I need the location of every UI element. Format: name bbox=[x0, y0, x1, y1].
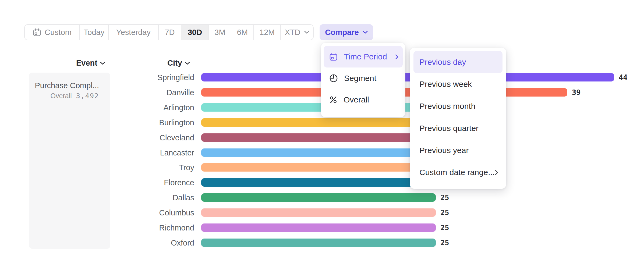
bar-category-label: Danville bbox=[118, 88, 194, 97]
bar-value-label: 25 bbox=[440, 208, 449, 217]
city-column-header-label: City bbox=[167, 59, 182, 68]
menu-item-label: Overall bbox=[344, 95, 369, 104]
toolbar-button-custom[interactable]: Custom bbox=[25, 25, 80, 40]
event-card-metric-value: 3,492 bbox=[76, 92, 99, 100]
submenu-item-label: Custom date range... bbox=[419, 168, 495, 177]
analytics-dashboard: Springfield44Danville39ArlingtonBurlingt… bbox=[0, 0, 644, 270]
bar-category-label: Arlington bbox=[118, 103, 194, 112]
toolbar-button-label: 30D bbox=[188, 28, 202, 37]
submenu-item-previous-month[interactable]: Previous month bbox=[413, 95, 503, 117]
toolbar-button-yesterday[interactable]: Yesterday bbox=[109, 25, 159, 40]
bar-value-label: 25 bbox=[440, 223, 449, 232]
submenu-item-previous-year[interactable]: Previous year bbox=[413, 139, 503, 161]
bar-oxford[interactable] bbox=[201, 239, 436, 247]
submenu-item-label: Previous month bbox=[419, 102, 475, 111]
bar-value-label: 44 bbox=[619, 73, 628, 81]
menu-item-label: Segment bbox=[344, 74, 376, 83]
bar-category-label: Florence bbox=[118, 178, 194, 187]
submenu-item-label: Previous year bbox=[419, 146, 469, 155]
toolbar-button-12m[interactable]: 12M bbox=[254, 25, 281, 40]
bar-category-label: Oxford bbox=[118, 239, 194, 247]
bar-dallas[interactable] bbox=[201, 193, 436, 202]
toolbar-button-label: 6M bbox=[237, 28, 248, 37]
bar-category-label: Lancaster bbox=[118, 148, 194, 157]
toolbar-button-6m[interactable]: 6M bbox=[231, 25, 254, 40]
toolbar-button-30d[interactable]: 30D bbox=[181, 25, 209, 40]
bar-value-label: 25 bbox=[440, 239, 449, 247]
toolbar-button-label: Yesterday bbox=[116, 28, 151, 37]
bar-columbus[interactable] bbox=[201, 208, 436, 217]
time-period-submenu: Previous dayPrevious weekPrevious monthP… bbox=[410, 48, 506, 189]
bar-value-label: 39 bbox=[572, 88, 581, 97]
calendar-icon bbox=[33, 28, 41, 37]
submenu-item-label: Previous quarter bbox=[419, 124, 479, 133]
bar-springfield[interactable] bbox=[201, 73, 614, 81]
submenu-item-label: Previous week bbox=[419, 80, 472, 89]
bar-category-label: Dallas bbox=[118, 193, 194, 202]
bar-richmond[interactable] bbox=[201, 223, 436, 232]
bar-category-label: Cleveland bbox=[118, 133, 194, 142]
menu-item-label: Time Period bbox=[344, 52, 387, 61]
bar-category-label: Troy bbox=[118, 163, 194, 172]
bar-category-label: Burlington bbox=[118, 118, 194, 127]
submenu-item-previous-quarter[interactable]: Previous quarter bbox=[413, 117, 503, 139]
submenu-item-previous-day[interactable]: Previous day bbox=[413, 51, 503, 73]
toolbar-button-today[interactable]: Today bbox=[80, 25, 109, 40]
chevron-right-icon bbox=[395, 54, 398, 59]
submenu-item-label: Previous day bbox=[419, 58, 466, 67]
toolbar-button-7d[interactable]: 7D bbox=[159, 25, 181, 40]
chevron-down-icon bbox=[185, 62, 190, 65]
calendar-icon bbox=[329, 52, 338, 61]
menu-item-overall[interactable]: Overall bbox=[324, 89, 403, 111]
event-card-title: Purchase Compl... bbox=[34, 81, 99, 90]
chevron-down-icon bbox=[304, 31, 309, 34]
segment-icon bbox=[329, 74, 338, 83]
compare-button-label: Compare bbox=[325, 28, 359, 37]
event-column-header-label: Event bbox=[76, 59, 97, 68]
date-range-toolbar: CustomTodayYesterday7D30D3M6M12MXTD bbox=[24, 24, 314, 40]
bar-category-label: Springfield bbox=[118, 73, 194, 81]
bar-value-label: 25 bbox=[440, 193, 449, 202]
percent-icon bbox=[329, 95, 338, 104]
toolbar-button-label: XTD bbox=[285, 28, 300, 37]
bar-category-label: Richmond bbox=[118, 223, 194, 232]
compare-button[interactable]: Compare bbox=[320, 24, 373, 40]
event-column-header[interactable]: Event bbox=[76, 59, 105, 68]
toolbar-button-label: Today bbox=[84, 28, 104, 37]
city-column-header[interactable]: City bbox=[167, 59, 190, 68]
submenu-item-previous-week[interactable]: Previous week bbox=[413, 73, 503, 95]
bar-category-label: Columbus bbox=[118, 208, 194, 217]
chevron-right-icon bbox=[495, 170, 498, 175]
menu-item-time-period[interactable]: Time Period bbox=[324, 46, 403, 68]
submenu-item-custom-date-range-[interactable]: Custom date range... bbox=[413, 161, 503, 183]
event-card-metric-label: Overall bbox=[51, 92, 72, 100]
toolbar-button-3m[interactable]: 3M bbox=[209, 25, 231, 40]
event-card[interactable]: Purchase Compl... Overall 3,492 bbox=[29, 73, 110, 249]
toolbar-button-label: 7D bbox=[165, 28, 175, 37]
toolbar-button-label: 3M bbox=[214, 28, 225, 37]
menu-item-segment[interactable]: Segment bbox=[324, 68, 403, 89]
toolbar-button-label: 12M bbox=[260, 28, 275, 37]
chevron-down-icon bbox=[100, 62, 105, 65]
compare-dropdown-menu: Time PeriodSegmentOverall bbox=[321, 43, 405, 117]
chevron-down-icon bbox=[363, 31, 368, 34]
toolbar-button-xtd[interactable]: XTD bbox=[281, 25, 313, 40]
toolbar-button-label: Custom bbox=[45, 28, 72, 37]
